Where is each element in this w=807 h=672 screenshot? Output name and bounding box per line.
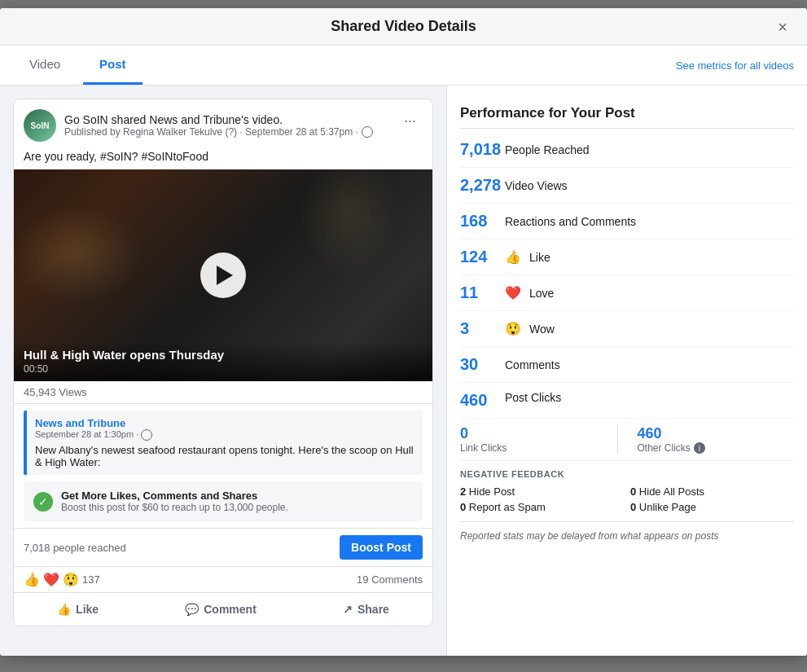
modal-body: SoIN Go SoIN shared News and Tribune's v… [0,86,807,656]
like-icon: 👍 [57,603,71,616]
boost-subtitle: Boost this post for $60 to reach up to 1… [61,502,413,513]
unlike-page-number: 0 [630,501,636,513]
post-text: Are you ready, #SoIN? #SoINtoFood [14,147,432,169]
metric-reactions-label: Reactions and Comments [505,215,636,228]
other-clicks-label: Other Clicks i [638,442,785,454]
love-reaction-emoji: ❤️ [43,572,59,587]
post-clicks-label: Post Clicks [505,391,561,404]
like-reaction-emoji: 👍 [24,572,40,587]
post-stats-bar: 7,018 people reached Boost Post [14,528,432,566]
other-clicks-number: 460 [638,425,785,442]
boost-bar: ✓ Get More Likes, Comments and Shares Bo… [24,481,423,521]
report-as-spam-label: Report as Spam [469,501,546,513]
reactions-left: 👍 ❤️ 😲 137 [24,572,100,587]
comment-icon: 💬 [185,603,199,616]
reactions-bar: 👍 ❤️ 😲 137 19 Comments [14,566,432,593]
post-author-info: Go SoIN shared News and Tribune's video.… [64,113,373,138]
post-author-name: Go SoIN shared News and Tribune's video. [64,113,373,126]
negative-feedback-section: NEGATIVE FEEDBACK 2 Hide Post 0 Hide All… [460,461,794,522]
metric-wow-label: Wow [529,323,555,336]
people-reached-label: 7,018 people reached [24,542,126,554]
metric-people-reached: 7,018 People Reached [460,132,794,168]
video-views-count: 45,943 Views [14,381,432,404]
performance-section: Performance for Your Post 7,018 People R… [446,86,807,656]
like-button[interactable]: 👍 Like [41,596,115,622]
share-button[interactable]: ↗ Share [327,596,406,622]
post-header-left: SoIN Go SoIN shared News and Tribune's v… [24,109,373,142]
metric-love: 11 ❤️ Love [460,275,794,311]
metric-video-views-number: 2,278 [460,176,505,195]
performance-title: Performance for Your Post [460,95,794,129]
link-clicks-label: Link Clicks [460,442,607,454]
info-icon[interactable]: i [694,442,705,454]
boost-text: Get More Likes, Comments and Shares Boos… [61,490,413,513]
news-text: New Albany's newest seafood restaurant o… [35,444,414,468]
play-button[interactable] [200,253,246,298]
metric-wow: 3 😲 Wow [460,311,794,347]
video-title: Hull & High Water opens Thursday [24,348,423,362]
metric-like: 124 👍 Like [460,239,794,275]
tab-post[interactable]: Post [83,46,143,85]
hide-post-label: Hide Post [469,485,515,498]
love-metric-icon: ❤️ [505,285,521,301]
metric-comments-number: 30 [460,355,505,374]
metric-people-reached-number: 7,018 [460,140,505,159]
news-date: September 28 at 1:30pm · [35,429,414,441]
report-as-spam-number: 0 [460,501,466,513]
hide-post-item: 2 Hide Post [460,485,624,498]
tab-video[interactable]: Video [13,46,77,85]
metric-comments: 30 Comments [460,347,794,383]
metric-video-views: 2,278 Video Views [460,168,794,204]
boost-post-button[interactable]: Boost Post [340,535,423,560]
news-globe-icon [141,429,152,441]
video-caption: Hull & High Water opens Thursday 00:50 [14,341,432,381]
boost-icon: ✓ [33,492,53,512]
comment-button[interactable]: 💬 Comment [169,596,273,622]
metric-comments-label: Comments [505,358,560,371]
modal-title: Shared Video Details [331,18,476,35]
video-duration: 00:50 [24,363,423,375]
hide-all-posts-number: 0 [630,485,636,498]
modal: Shared Video Details × Video Post See me… [0,8,807,656]
metric-love-inline: ❤️ Love [505,285,554,301]
metric-video-views-label: Video Views [505,179,568,192]
hide-all-posts-label: Hide All Posts [639,485,704,498]
globe-icon [362,126,373,138]
wow-metric-icon: 😲 [505,321,521,336]
metric-wow-inline: 😲 Wow [505,321,555,336]
unlike-page-label: Unlike Page [639,501,696,513]
news-source[interactable]: News and Tribune [35,417,414,429]
boost-title: Get More Likes, Comments and Shares [61,490,413,502]
metric-like-label: Like [529,251,550,264]
metric-wow-number: 3 [460,319,505,338]
comments-count: 19 Comments [357,573,423,586]
see-metrics-link[interactable]: See metrics for all videos [676,59,794,72]
news-snippet: News and Tribune September 28 at 1:30pm … [24,411,423,475]
metric-like-number: 124 [460,248,505,266]
reactions-count: 137 [82,573,100,586]
avatar: SoIN [24,109,56,142]
post-section: SoIN Go SoIN shared News and Tribune's v… [0,86,446,656]
clicks-sub: 0 Link Clicks 460 Other Clicks i [460,419,794,461]
tabs-bar: Video Post See metrics for all videos [0,46,807,86]
action-buttons: 👍 Like 💬 Comment ↗ Share [14,593,432,626]
play-icon [217,266,233,285]
clicks-row: 460 Post Clicks [460,383,794,419]
modal-overlay: Shared Video Details × Video Post See me… [0,0,807,672]
wow-reaction-emoji: 😲 [63,572,79,587]
hide-post-number: 2 [460,485,466,498]
metric-love-label: Love [529,287,554,300]
report-as-spam-item: 0 Report as Spam [460,501,624,513]
share-icon: ↗ [343,603,353,616]
metric-reactions-comments: 168 Reactions and Comments [460,204,794,239]
hide-all-posts-item: 0 Hide All Posts [630,485,794,498]
other-clicks-item: 460 Other Clicks i [638,425,795,454]
reported-note: Reported stats may be delayed from what … [460,522,794,550]
post-card-header: SoIN Go SoIN shared News and Tribune's v… [14,99,432,147]
video-thumbnail[interactable]: Hull & High Water opens Thursday 00:50 [14,169,432,381]
post-more-button[interactable]: ··· [397,109,423,133]
metric-people-reached-label: People Reached [505,143,590,156]
close-button[interactable]: × [771,14,794,39]
negative-feedback-grid: 2 Hide Post 0 Hide All Posts 0 Report as… [460,485,794,513]
like-metric-icon: 👍 [505,249,521,265]
